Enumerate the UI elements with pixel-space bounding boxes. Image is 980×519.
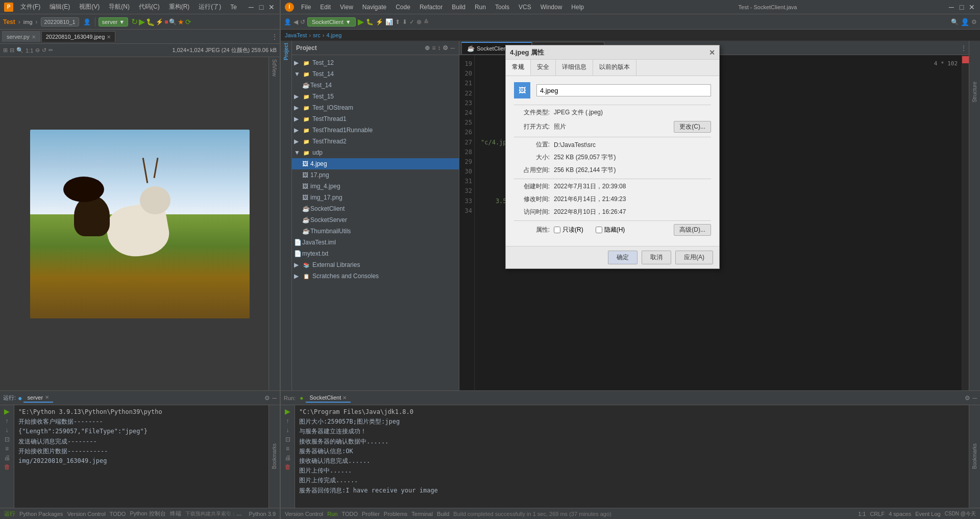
run-sc-close[interactable]: ✕ (342, 395, 347, 401)
run-socketclient-tab[interactable]: SocketClient ✕ (306, 393, 351, 403)
dialog-close-btn[interactable]: ✕ (709, 48, 715, 57)
problems-btn[interactable]: Problems (384, 511, 407, 517)
server-btn[interactable]: server ▼ (99, 17, 129, 27)
vc-btn-right[interactable]: Version Control (285, 511, 323, 517)
advanced-btn[interactable]: 高级(D)... (674, 224, 711, 236)
right-menu-file[interactable]: File (297, 3, 315, 12)
update-btn[interactable]: ⟳ (185, 18, 191, 26)
right-maximize-button[interactable]: □ (958, 3, 966, 11)
run-green-btn[interactable]: ▶ (139, 17, 145, 27)
user-icon-right[interactable]: 👤 (961, 18, 969, 26)
editor-tabs-options[interactable]: ⋮ (961, 44, 967, 52)
right-menu-run[interactable]: Run (471, 3, 490, 12)
menu-code[interactable]: 代码(C) (135, 2, 164, 12)
dialog-tab-details[interactable]: 详细信息 (556, 60, 593, 76)
run-btn-right[interactable]: ▶ (358, 17, 364, 27)
tree-sort-btn[interactable]: ↕ (437, 44, 440, 52)
commit-btn-right[interactable]: ✓ (409, 18, 414, 26)
right-menu-vcs[interactable]: VCS (514, 3, 535, 12)
right-close-button[interactable]: ✕ (968, 3, 976, 11)
coverage-btn-right[interactable]: ⚡ (376, 18, 383, 26)
push-btn[interactable]: ⊕ (416, 18, 422, 26)
gear-btn-right[interactable]: ⚙ (971, 18, 977, 26)
tree-ext-libs[interactable]: ▶ 📚 External Libraries (292, 259, 459, 270)
run-up-right[interactable]: ↑ (286, 417, 289, 425)
right-menu-refactor[interactable]: Refactor (415, 3, 447, 12)
menu-view[interactable]: 视图(V) (75, 2, 104, 12)
change-btn[interactable]: 更改(C)... (674, 121, 711, 133)
run-clear-btn[interactable]: 🗑 (4, 463, 10, 471)
menu-edit[interactable]: 编辑(E) (45, 2, 74, 12)
run-server-tab[interactable]: server ✕ (23, 393, 54, 403)
zoom-grid-btn[interactable]: ⊟ (10, 47, 14, 54)
zoom-out-btn[interactable]: ⊖ (35, 47, 40, 54)
sidebar-view-tab[interactable]: SdView (272, 59, 277, 77)
tree-testthread1runnable[interactable]: ▶ 📁 TestThread1Runnable (292, 125, 459, 136)
tree-img17png[interactable]: 🖼 img_17.png (292, 192, 459, 203)
tree-settings-btn[interactable]: ⊕ (425, 44, 430, 52)
tab-close-jpeg[interactable]: ✕ (107, 34, 111, 40)
python-console-btn[interactable]: Python 控制台 (130, 510, 165, 517)
ok-btn[interactable]: 确定 (608, 251, 638, 264)
todo-btn-left[interactable]: TODO (110, 511, 126, 517)
tree-4jpeg[interactable]: 🖼 4.jpeg (292, 158, 459, 169)
build-btn[interactable]: Build (437, 511, 449, 517)
right-menu-view[interactable]: View (336, 3, 357, 12)
tree-collapse-btn[interactable]: ≡ (432, 44, 435, 52)
right-minimize-button[interactable]: ─ (947, 3, 955, 11)
version-control-btn-left[interactable]: Version Control (67, 511, 106, 517)
zoom-fit-btn[interactable]: ⊞ (3, 47, 8, 54)
search-btn-left[interactable]: 🔍 (169, 18, 177, 26)
menu-run[interactable]: 运行(了) (194, 2, 225, 12)
run-wrap-btn[interactable]: ⊡ (5, 436, 10, 443)
dialog-tab-prev-versions[interactable]: 以前的版本 (593, 60, 636, 76)
run-play-btn[interactable]: ▶ (4, 407, 10, 415)
run-minimize-btn[interactable]: ─ (272, 394, 277, 402)
run-status-btn-right[interactable]: Run (327, 511, 337, 517)
zoom-in-btn[interactable]: 🔍 (16, 47, 23, 54)
run-print-right[interactable]: 🖨 (285, 454, 291, 461)
run-play-right[interactable]: ▶ (285, 407, 290, 415)
diff-btn[interactable]: ≙ (424, 18, 429, 26)
run-scroll-down[interactable]: ↓ (6, 427, 9, 434)
run-minimize-right[interactable]: ─ (972, 394, 977, 402)
menu-te[interactable]: Te (226, 3, 241, 12)
tree-close-btn[interactable]: ─ (450, 44, 455, 52)
minimize-button[interactable]: ─ (247, 3, 255, 11)
tree-scratches[interactable]: ▶ 📋 Scratches and Consoles (292, 270, 459, 282)
tree-testthread1[interactable]: ▶ 📁 TestThread1 (292, 113, 459, 125)
run-filter-btn[interactable]: ≡ (5, 445, 9, 452)
terminal-btn-right[interactable]: Terminal (411, 511, 433, 517)
coverage-btn[interactable]: ⚡ (156, 18, 163, 26)
readonly-checkbox-label[interactable]: 只读(R) (554, 226, 583, 234)
socketclient-run-combo[interactable]: SocketClient ▼ (307, 17, 356, 27)
profiler-btn[interactable]: Profiler (362, 511, 380, 517)
right-menu-tools[interactable]: Tools (491, 3, 513, 12)
tree-mytext[interactable]: 📄 mytext.txt (292, 248, 459, 259)
bc-javatest[interactable]: JavaTest (285, 32, 307, 38)
run-clear-right[interactable]: 🗑 (285, 463, 291, 471)
hidden-checkbox-label[interactable]: 隐藏(H) (596, 226, 625, 234)
readonly-checkbox[interactable] (554, 227, 560, 233)
right-menu-code[interactable]: Code (391, 3, 414, 12)
run-button-left[interactable]: ↻ (131, 17, 138, 27)
project-vtab[interactable]: Project (283, 43, 289, 60)
tree-gear-btn[interactable]: ⚙ (443, 44, 448, 52)
hidden-checkbox[interactable] (596, 227, 602, 233)
right-fwd-btn[interactable]: ◀ (293, 18, 298, 26)
tree-udp[interactable]: ▼ 📁 udp (292, 147, 459, 158)
event-log-btn[interactable]: Event Log (915, 511, 941, 517)
scrollbar-track[interactable] (962, 64, 969, 390)
tree-socketclient[interactable]: ☕ SocketClient (292, 203, 459, 214)
run-wrap-right[interactable]: ⊡ (285, 436, 290, 443)
tab-server-py[interactable]: server.py ✕ (2, 31, 40, 42)
tree-test14[interactable]: ▼ 📁 Test_14 (292, 68, 459, 80)
right-menu-window[interactable]: Window (536, 3, 567, 12)
structure-vtab[interactable]: Structure (972, 82, 977, 103)
bc-file[interactable]: 4.jpeg (326, 32, 341, 38)
run-down-right[interactable]: ↓ (286, 427, 289, 434)
rollback-btn[interactable]: ⬇ (402, 18, 407, 26)
close-button[interactable]: ✕ (267, 3, 276, 11)
debug-btn[interactable]: 🐛 (146, 18, 155, 26)
tree-socketserver[interactable]: ☕ SocketServer (292, 214, 459, 226)
